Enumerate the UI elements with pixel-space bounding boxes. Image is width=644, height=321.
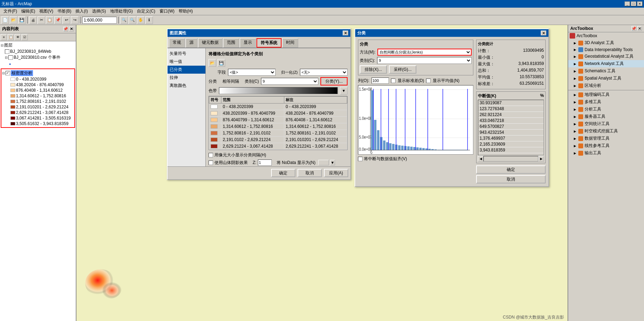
window-controls[interactable]: _ □ ✕ — [625, 1, 643, 6]
std-dev-cb[interactable] — [391, 79, 396, 83]
ok-btn[interactable]: 确定 — [271, 169, 295, 177]
scroll-left[interactable]: ◀ — [478, 156, 483, 162]
mp-row-0[interactable]: 30.9319087 — [478, 100, 544, 106]
menu-view[interactable]: 视图(V) — [37, 8, 55, 15]
copy-btn[interactable]: 📋 — [46, 16, 54, 24]
tab-source[interactable]: 源 — [186, 38, 197, 48]
classes-select[interactable]: 9 — [261, 78, 318, 85]
toc-layers-group[interactable]: ⊟ 图层 — [1, 42, 75, 49]
menu-geoprocess[interactable]: 地理处理(G) — [108, 8, 135, 15]
sym-open-btn[interactable]: 📂 — [209, 59, 216, 67]
tool-output[interactable]: ▶ 输出工具 — [568, 149, 644, 157]
mp-row-7[interactable]: 2,165.233609 — [478, 141, 544, 147]
tab-display[interactable]: 显示 — [240, 38, 256, 48]
identify-btn[interactable]: ℹ — [145, 16, 153, 24]
tool-geostat[interactable]: ▶ Geostatistical Analyst 工具 — [568, 53, 644, 60]
menu-bookmark[interactable]: 书签(B) — [55, 8, 73, 15]
mp-row-6[interactable]: 1,376.469937 — [478, 135, 544, 141]
save-btn[interactable]: 💾 — [18, 16, 26, 24]
maximize-btn[interactable]: □ — [631, 1, 636, 6]
mp-row-5[interactable]: 943.4232154 — [478, 130, 544, 135]
sym-row-5[interactable]: 2,191.0102 - 2,629.21224 2,191.010201 - … — [209, 137, 347, 143]
z-input[interactable] — [258, 159, 272, 166]
paste-btn[interactable]: 📌 — [54, 16, 62, 24]
tool-server[interactable]: ▶ 服务器工具 — [568, 113, 644, 120]
classes-select2[interactable]: 9 — [377, 57, 472, 64]
tab-symbology[interactable]: 符号系统 — [256, 38, 282, 48]
exclusion-btn[interactable]: 排除(X)... — [360, 65, 387, 74]
layer-web-checkbox[interactable] — [5, 49, 9, 54]
tool-zone[interactable]: ▶ 区域分析 — [568, 82, 644, 89]
sym-row-6[interactable]: 2,629.21224 - 3,067.41428 2,629.212241 -… — [209, 143, 347, 150]
tab-time[interactable]: 时间 — [282, 38, 298, 48]
menu-edit[interactable]: 编辑(E) — [19, 8, 37, 15]
mp-row-8[interactable]: 3,943.818359 — [478, 147, 544, 153]
toc-sel-btn[interactable]: ☑ — [22, 34, 28, 40]
scale-input[interactable] — [82, 17, 117, 24]
density-checkbox[interactable] — [6, 71, 10, 75]
classify-cancel-btn[interactable]: 取消 — [476, 175, 546, 183]
color-ramp[interactable] — [219, 87, 338, 94]
classify-ok-btn[interactable]: 确定 — [476, 165, 546, 174]
tool-spatial[interactable]: ▶ Spatial Analyst 工具 — [568, 75, 644, 82]
undo-btn[interactable]: ↩ — [63, 16, 70, 24]
new-btn[interactable]: 📄 — [1, 16, 9, 24]
tool-multidim[interactable]: ▶ 多维工具 — [568, 98, 644, 106]
nodata-arrow[interactable]: ▼ — [330, 160, 335, 165]
nav-stretch[interactable]: 拉伸 — [168, 74, 205, 82]
color-ramp-arrow[interactable]: ▼ — [340, 87, 348, 94]
toc-list-btn[interactable]: ≡ — [1, 34, 7, 40]
cut-btn[interactable]: ✂ — [38, 16, 45, 24]
normalize-select[interactable]: <无> — [300, 69, 348, 76]
menu-help[interactable]: 帮助(H) — [177, 8, 195, 15]
toc-layer-csv[interactable]: ⊟ BJ_20230810.csv 个事件 — [5, 54, 75, 61]
toc-density-layer[interactable]: ⊟ 核密度分析 — [2, 70, 74, 76]
layer-csv-checkbox[interactable] — [8, 55, 13, 60]
open-btn[interactable]: 📂 — [10, 16, 17, 24]
toolbox-pin[interactable]: 📌 — [631, 26, 636, 31]
zoom-in-btn[interactable]: 🔍 — [120, 16, 128, 24]
toc-vis-btn[interactable]: 👁 — [15, 34, 21, 40]
apply-btn[interactable]: 应用(A) — [324, 169, 348, 177]
nav-discrete[interactable]: 离散颜色 — [168, 82, 205, 90]
sym-row-3[interactable]: 1,314.60612 - 1,752.80816 1,314.60612 - … — [209, 123, 347, 130]
columns-input[interactable] — [372, 77, 389, 84]
sym-row-1[interactable]: 438.2020399 - 876.4040799 438.20204 - 87… — [209, 110, 347, 117]
method-select[interactable]: 自然间断点分级法(Jenks) — [377, 49, 472, 56]
redo-btn[interactable]: ↪ — [71, 16, 79, 24]
nav-classified[interactable]: 已分类 — [168, 66, 205, 74]
tab-general[interactable]: 常规 — [169, 38, 185, 48]
sym-row-2[interactable]: 876.4040799 - 1,314.60612 876.40408 - 1,… — [209, 117, 347, 123]
minimize-btn[interactable]: _ — [625, 1, 630, 6]
tool-network[interactable]: ▶ Network Analyst 工具 — [568, 60, 644, 67]
tool-3d-analyst[interactable]: ▶ 3D Analyst 工具 — [568, 39, 644, 47]
toolbox-root[interactable]: ArcToolbox — [568, 32, 644, 39]
mp-row-3[interactable]: 433.0467218 — [478, 118, 544, 124]
classify-close[interactable]: ✕ — [541, 31, 546, 35]
pixel-size-cb[interactable] — [209, 153, 213, 157]
mp-row-1[interactable]: 123.7276348 — [478, 106, 544, 112]
nav-unique[interactable]: 唯一值 — [168, 58, 205, 66]
zoom-out-btn[interactable]: 🔍 — [129, 16, 136, 24]
menu-insert[interactable]: 插入(I) — [73, 8, 90, 15]
layer-props-close[interactable]: ✕ — [343, 31, 348, 35]
hillshade-cb[interactable] — [209, 160, 213, 165]
classify-btn[interactable]: 分类(Y)... — [320, 77, 348, 85]
toc-source-btn[interactable]: 📋 — [8, 34, 14, 40]
nav-vector[interactable]: 矢量符号 — [168, 50, 205, 58]
menu-select[interactable]: 选择(S) — [90, 8, 108, 15]
print-btn[interactable]: 🖨 — [29, 16, 37, 24]
toolbox-close[interactable]: ✕ — [637, 26, 642, 31]
menu-window[interactable]: 窗口(W) — [157, 8, 177, 15]
toc-layer-web[interactable]: BJ_20230810_84Web — [5, 49, 75, 54]
tool-linear[interactable]: ▶ 线性参考工具 — [568, 142, 644, 149]
tool-stpm[interactable]: ▶ 时空模式挖掘工具 — [568, 127, 644, 135]
mp-row-4[interactable]: 649.5700827 — [478, 124, 544, 130]
mean-cb[interactable] — [426, 79, 431, 83]
tool-spatial-stats[interactable]: ▶ 空间统计工具 — [568, 120, 644, 127]
cancel-btn[interactable]: 取消 — [297, 169, 322, 177]
sym-save-btn[interactable]: 💾 — [218, 59, 225, 67]
toc-close-btn[interactable]: ✕ — [69, 27, 74, 32]
snap-cb[interactable] — [358, 157, 362, 161]
tab-metadata[interactable]: 键元数据 — [198, 38, 222, 48]
